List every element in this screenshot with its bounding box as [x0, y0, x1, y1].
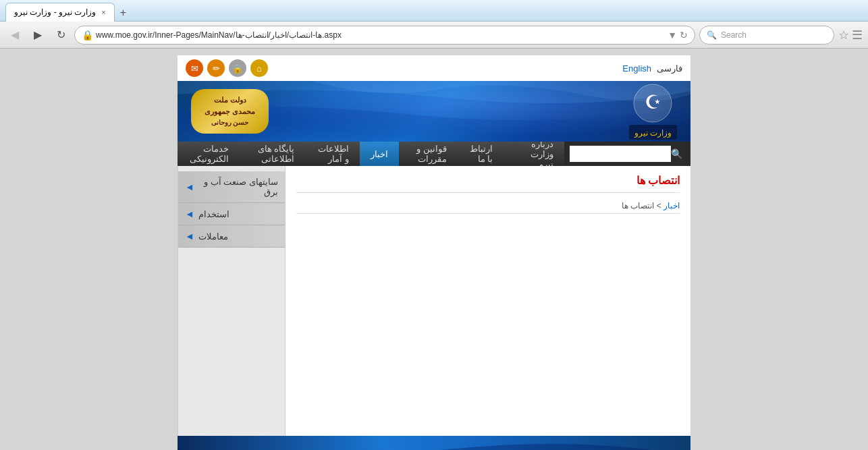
sidebar-item-water-label: سایتهای صنعت آب و برق	[198, 177, 278, 197]
browser-titlebar: وزارت نیرو - وزارت نیرو × +	[0, 0, 868, 22]
header-banner: دولت ملتمحمدی جمهوریحسن روحانی ☪	[178, 81, 690, 142]
url-bar[interactable]: 🔒 www.moe.gov.ir/Inner-Pages/MainNav/ها-…	[74, 26, 695, 45]
toolbar-icons: ☆ ☰	[838, 28, 863, 43]
sidebar-item-employment-label: استخدام	[198, 209, 229, 219]
page-wrapper: English فارسی ⌂ 🔒 ✏ ✉ دولت ملتمحمدی جمهو…	[0, 49, 868, 450]
tab-title: وزارت نیرو - وزارت نیرو	[14, 7, 96, 17]
ministry-name-text: وزارت نیرو	[634, 128, 672, 138]
top-bar: English فارسی ⌂ 🔒 ✏ ✉	[178, 55, 690, 81]
active-tab[interactable]: وزارت نیرو - وزارت نیرو ×	[5, 3, 115, 22]
browser-search-bar[interactable]: 🔍 Search	[699, 26, 834, 45]
refresh-button[interactable]: ↻	[51, 26, 70, 45]
nav-item-databases[interactable]: پایگاه های اطلاعاتی	[240, 142, 305, 166]
logo-plate-text: دولت ملتمحمدی جمهوریحسن روحانی	[205, 94, 255, 128]
nav-item-contact[interactable]: ارتباط با ما	[458, 142, 504, 166]
sidebar-item-transactions[interactable]: معاملات ◄	[178, 225, 285, 248]
nav-search-input[interactable]	[570, 146, 671, 162]
nav-item-laws[interactable]: قوانین و مقررات	[399, 142, 458, 166]
sidebar-item-employment-arrow: ◄	[185, 208, 194, 219]
government-logo: دولت ملتمحمدی جمهوریحسن روحانی	[191, 89, 269, 134]
content-body	[296, 221, 680, 423]
iran-emblem-icon: ☪	[632, 83, 673, 123]
new-tab-button[interactable]: +	[115, 4, 132, 22]
site-container: English فارسی ⌂ 🔒 ✏ ✉ دولت ملتمحمدی جمهو…	[178, 55, 690, 450]
back-button[interactable]: ◀	[5, 26, 24, 45]
lang-english-link[interactable]: English	[622, 63, 651, 74]
nav-bar: 🔍 درباره وزارت نیرو ارتباط با ما قوانین …	[178, 142, 690, 166]
page-title: انتصاب ها	[296, 174, 680, 193]
breadcrumb-current: انتصاب ها	[622, 201, 654, 210]
bookmark-icon[interactable]: ☆	[838, 28, 849, 43]
sidebar: سایتهای صنعت آب و برق ◄ استخدام ◄ معاملا…	[178, 166, 286, 436]
breadcrumb-home[interactable]: اخبار	[663, 201, 680, 210]
home-icon[interactable]: ⌂	[250, 59, 268, 77]
ministry-logo: ☪ وزارت نیرو	[629, 83, 677, 140]
url-text: www.moe.gov.ir/Inner-Pages/MainNav/ها-ان…	[96, 30, 665, 40]
search-icon: 🔍	[707, 30, 717, 40]
breadcrumb-separator: >	[654, 201, 661, 210]
lock-icon[interactable]: 🔒	[229, 59, 246, 77]
logo-plate: دولت ملتمحمدی جمهوریحسن روحانی	[191, 89, 269, 134]
sidebar-item-water[interactable]: سایتهای صنعت آب و برق ◄	[178, 171, 285, 203]
nav-item-news[interactable]: اخبار	[360, 142, 399, 166]
sidebar-item-water-arrow: ◄	[185, 181, 194, 192]
url-dropdown-icon: ▼	[668, 30, 677, 40]
svg-text:☪: ☪	[645, 92, 661, 113]
language-links: English فارسی	[622, 63, 682, 74]
sidebar-item-transactions-arrow: ◄	[185, 231, 194, 242]
nav-item-about[interactable]: درباره وزارت نیرو	[504, 142, 564, 166]
edit-icon[interactable]: ✏	[207, 59, 225, 77]
menu-icon[interactable]: ☰	[852, 28, 863, 43]
tab-bar: وزارت نیرو - وزارت نیرو × +	[5, 0, 132, 22]
sidebar-item-employment[interactable]: استخدام ◄	[178, 203, 285, 225]
breadcrumb: اخبار > انتصاب ها	[296, 198, 680, 214]
top-bar-icons: ⌂ 🔒 ✏ ✉	[186, 59, 268, 77]
nav-search-icon: 🔍	[671, 148, 682, 159]
nav-item-info[interactable]: اطلاعات و آمار	[305, 142, 360, 166]
url-reload-icon: ↻	[680, 30, 688, 40]
main-content: انتصاب ها اخبار > انتصاب ها سایتهای صنعت…	[178, 166, 690, 436]
mail-icon[interactable]: ✉	[186, 59, 203, 77]
footer-banner	[178, 436, 690, 450]
content-area: انتصاب ها اخبار > انتصاب ها	[286, 166, 690, 436]
browser-toolbar: ◀ ▶ ↻ 🔒 www.moe.gov.ir/Inner-Pages/MainN…	[0, 22, 868, 49]
lang-persian-link[interactable]: فارسی	[657, 63, 682, 74]
tab-close-button[interactable]: ×	[101, 8, 105, 16]
sidebar-item-transactions-label: معاملات	[198, 231, 228, 242]
forward-button[interactable]: ▶	[28, 26, 47, 45]
url-lock-icon: 🔒	[82, 30, 93, 40]
nav-items: درباره وزارت نیرو ارتباط با ما قوانین و …	[178, 142, 564, 166]
nav-item-services[interactable]: خدمات الکترونیکی	[178, 142, 240, 166]
nav-search-area: 🔍	[564, 142, 690, 166]
search-placeholder-text: Search	[721, 30, 747, 40]
